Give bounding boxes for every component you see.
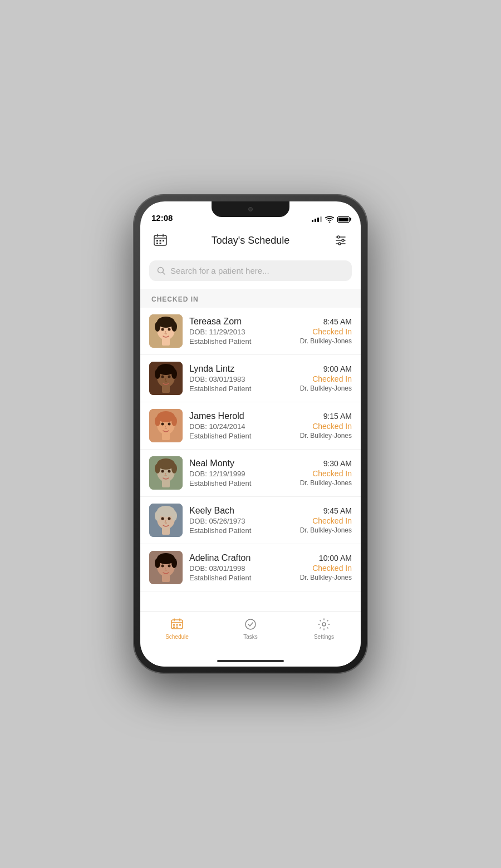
appointment-doctor: Dr. Bulkley-Jones [300, 574, 352, 581]
tasks-nav-icon [243, 617, 258, 632]
section-label: CHECKED IN [140, 289, 361, 308]
patient-type: Established Patient [189, 384, 293, 393]
svg-point-12 [337, 236, 340, 238]
patient-name: James Herold [189, 411, 293, 421]
patient-dob: DOB: 11/29/2013 [189, 328, 293, 336]
home-indicator [140, 655, 361, 667]
svg-point-22 [171, 322, 177, 332]
svg-point-53 [155, 511, 160, 521]
phone-frame: 12:08 [134, 195, 367, 673]
patient-list-item[interactable]: Lynda Lintz DOB: 03/01/1983 Established … [140, 355, 361, 402]
svg-rect-6 [163, 240, 164, 241]
search-bar[interactable]: Search for a patient here... [149, 260, 352, 281]
patient-type: Established Patient [189, 526, 293, 535]
appointment-status: Checked In [300, 422, 352, 431]
appointment-time: 10:00 AM [300, 554, 352, 563]
patient-type: Established Patient [189, 574, 293, 582]
svg-point-24 [168, 328, 171, 331]
svg-point-64 [168, 565, 171, 568]
page-title: Today's Schedule [212, 235, 290, 246]
patient-avatar [149, 362, 183, 395]
appointment-time: 9:30 AM [300, 459, 352, 468]
patient-avatar [149, 314, 183, 348]
app-header: Today's Schedule [140, 226, 361, 256]
svg-point-75 [322, 623, 326, 626]
patient-avatar [149, 409, 183, 442]
appointment-time: 9:00 AM [300, 364, 352, 373]
patient-name: Neal Monty [189, 458, 293, 468]
svg-point-13 [342, 239, 344, 241]
schedule-nav-icon [170, 617, 184, 632]
filter-icon[interactable] [332, 231, 350, 249]
patient-dob: DOB: 03/01/1998 [189, 564, 293, 573]
patient-list: Tereasa Zorn DOB: 11/29/2013 Established… [140, 308, 361, 611]
patient-type: Established Patient [189, 479, 293, 487]
appointment-doctor: Dr. Bulkley-Jones [300, 526, 352, 534]
patient-type: Established Patient [189, 432, 293, 440]
nav-item-tasks[interactable]: Tasks [214, 617, 287, 640]
nav-label-schedule: Schedule [165, 634, 189, 640]
patient-list-item[interactable]: James Herold DOB: 10/24/2014 Established… [140, 402, 361, 450]
patient-list-item[interactable]: Tereasa Zorn DOB: 11/29/2013 Established… [140, 308, 361, 355]
appointment-doctor: Dr. Bulkley-Jones [300, 337, 352, 345]
svg-point-23 [161, 328, 164, 331]
svg-point-30 [171, 369, 177, 379]
svg-point-56 [168, 517, 171, 520]
patient-list-item[interactable]: Adelina Crafton DOB: 03/01/1998 Establis… [140, 544, 361, 591]
appointment-time: 8:45 AM [300, 317, 352, 326]
status-icons [312, 216, 350, 223]
svg-point-62 [171, 558, 177, 568]
patient-list-item[interactable]: Keely Bach DOB: 05/26/1973 Established P… [140, 497, 361, 544]
wifi-icon [325, 216, 334, 223]
search-container: Search for a patient here... [140, 256, 361, 289]
appointment-status: Checked In [300, 516, 352, 525]
nav-item-schedule[interactable]: Schedule [140, 617, 214, 640]
patient-avatar [149, 551, 183, 584]
bottom-nav: Schedule Tasks [140, 611, 361, 655]
patient-avatar [149, 504, 183, 537]
appointment-time: 9:15 AM [300, 412, 352, 421]
battery-icon [337, 216, 350, 223]
patient-dob: DOB: 05/26/1973 [189, 517, 293, 525]
app-content: Today's Schedule [140, 226, 361, 611]
svg-point-14 [338, 243, 341, 245]
svg-point-29 [155, 369, 160, 379]
svg-rect-7 [156, 243, 158, 244]
patient-dob: DOB: 10/24/2014 [189, 422, 293, 431]
signal-icon [312, 216, 322, 222]
svg-rect-8 [160, 243, 161, 244]
patient-avatar [149, 456, 183, 490]
svg-point-54 [171, 511, 177, 521]
appointment-status: Checked In [300, 469, 352, 478]
svg-rect-72 [173, 627, 175, 628]
svg-rect-71 [179, 624, 181, 626]
status-time: 12:08 [151, 213, 173, 223]
notch [212, 201, 289, 217]
svg-point-37 [155, 416, 160, 426]
nav-label-settings: Settings [314, 634, 334, 640]
patient-list-item[interactable]: Neal Monty DOB: 12/19/1999 Established P… [140, 450, 361, 497]
svg-point-48 [168, 470, 171, 473]
nav-item-settings[interactable]: Settings [287, 617, 361, 640]
settings-nav-icon [317, 617, 331, 632]
svg-rect-70 [176, 624, 178, 626]
patient-type: Established Patient [189, 337, 293, 346]
search-icon [157, 267, 166, 275]
calendar-icon[interactable] [151, 231, 169, 249]
svg-point-63 [161, 565, 164, 568]
svg-rect-73 [176, 627, 178, 628]
svg-point-32 [168, 376, 171, 378]
patient-name: Keely Bach [189, 506, 293, 516]
phone-screen: 12:08 [140, 201, 361, 667]
appointment-status: Checked In [300, 327, 352, 336]
svg-point-45 [155, 463, 160, 474]
patient-name: Adelina Crafton [189, 553, 293, 563]
svg-point-46 [171, 463, 177, 474]
patient-dob: DOB: 03/01/1983 [189, 375, 293, 383]
appointment-doctor: Dr. Bulkley-Jones [300, 432, 352, 440]
svg-point-21 [155, 322, 160, 332]
svg-point-38 [171, 416, 177, 426]
svg-point-61 [155, 558, 160, 568]
svg-point-31 [161, 376, 164, 378]
svg-point-40 [168, 423, 171, 426]
